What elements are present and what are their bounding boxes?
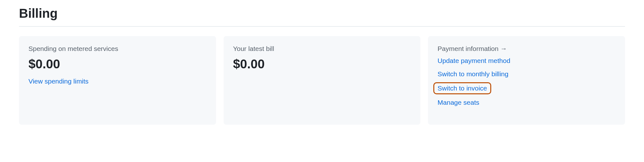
payment-info-heading-link[interactable]: Payment information → bbox=[437, 45, 616, 53]
payment-info-card: Payment information → Update payment met… bbox=[428, 36, 625, 125]
spending-heading: Spending on metered services bbox=[28, 45, 207, 53]
switch-monthly-billing-link[interactable]: Switch to monthly billing bbox=[437, 70, 508, 78]
latest-bill-heading: Your latest bill bbox=[233, 45, 411, 53]
manage-seats-link[interactable]: Manage seats bbox=[437, 99, 479, 106]
spending-amount: $0.00 bbox=[28, 57, 207, 71]
page-title: Billing bbox=[19, 6, 625, 21]
latest-bill-amount: $0.00 bbox=[233, 57, 411, 71]
billing-cards-row: Spending on metered services $0.00 View … bbox=[19, 36, 625, 125]
view-spending-limits-link[interactable]: View spending limits bbox=[28, 78, 89, 85]
payment-info-heading-text: Payment information bbox=[437, 45, 498, 53]
spending-card: Spending on metered services $0.00 View … bbox=[19, 36, 216, 125]
arrow-right-icon: → bbox=[500, 45, 507, 53]
payment-info-links: Update payment method Switch to monthly … bbox=[437, 57, 616, 106]
update-payment-method-link[interactable]: Update payment method bbox=[437, 57, 510, 65]
latest-bill-card: Your latest bill $0.00 bbox=[224, 36, 421, 125]
switch-to-invoice-link[interactable]: Switch to invoice bbox=[433, 82, 491, 94]
section-divider bbox=[19, 26, 625, 27]
